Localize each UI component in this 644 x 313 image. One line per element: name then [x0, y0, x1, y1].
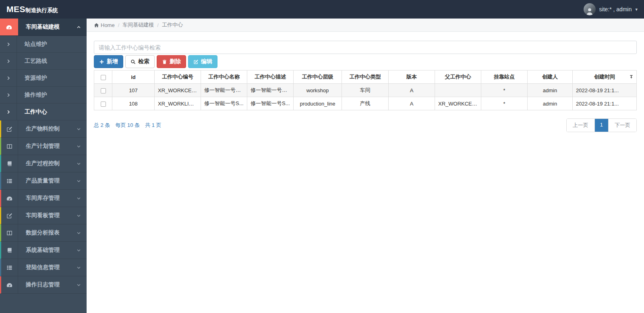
- col-header-created[interactable]: 创建时间: [573, 70, 637, 84]
- col-header-station[interactable]: 挂靠站点: [481, 70, 528, 84]
- sidebar-section-plan-management[interactable]: 生产计划管理: [0, 138, 87, 155]
- col-header-name[interactable]: 工作中心名称: [201, 70, 247, 84]
- chevron-right-icon: [0, 87, 17, 103]
- user-label: site:* , admin: [599, 6, 632, 12]
- home-icon: [94, 23, 99, 28]
- sidebar-section-process-control[interactable]: 生产过程控制: [0, 155, 87, 172]
- sidebar-section-inventory-management[interactable]: 车间库存管理: [0, 190, 87, 207]
- col-header-version[interactable]: 版本: [389, 70, 435, 84]
- col-header-type[interactable]: 工作中心类型: [342, 70, 389, 84]
- add-button[interactable]: 新增: [94, 55, 123, 68]
- search-button[interactable]: 检索: [125, 55, 155, 68]
- col-header-desc[interactable]: 工作中心描述: [247, 70, 294, 84]
- table-row[interactable]: 108 XR_WORKLINE... 修一智能一号S... 修一智能一号S...…: [94, 97, 637, 110]
- sidebar-section-label: 生产过程控制: [18, 160, 77, 167]
- select-all-checkbox[interactable]: [101, 75, 106, 80]
- pagination-per-page[interactable]: 每页 10 条: [115, 122, 140, 129]
- prev-page-button[interactable]: 上一页: [567, 119, 595, 132]
- sidebar-section-system-basic-management[interactable]: 系统基础管理: [0, 242, 87, 259]
- col-header-created-label: 创建时间: [594, 74, 615, 80]
- current-page-button[interactable]: 1: [595, 119, 608, 132]
- sidebar-section-label: 生产物料控制: [18, 125, 77, 133]
- sidebar-section-label: 车间库存管理: [18, 195, 77, 202]
- book-icon: [1, 242, 18, 259]
- sidebar-section-label: 数据分析报表: [18, 229, 77, 236]
- col-header-id[interactable]: id: [112, 70, 155, 84]
- chevron-down-icon: [77, 127, 87, 131]
- sidebar-item-resource-maintenance[interactable]: 资源维护: [0, 70, 87, 87]
- chevron-down-icon: [77, 283, 87, 287]
- pagination-summary: 总 2 条 每页 10 条 共 1 页: [94, 122, 162, 129]
- sidebar-section-quality-management[interactable]: 产品质量管理: [0, 172, 87, 190]
- columns-icon: [1, 224, 18, 241]
- edit-icon: [193, 59, 199, 64]
- breadcrumb-level1[interactable]: 车间基础建模: [122, 21, 154, 29]
- row-checkbox[interactable]: [101, 88, 106, 93]
- col-header-level[interactable]: 工作中心层级: [294, 70, 342, 84]
- pagination-total[interactable]: 总 2 条: [94, 122, 110, 129]
- col-header-creator[interactable]: 创建人: [528, 70, 573, 84]
- sidebar-section-operation-log-management[interactable]: 操作日志管理: [0, 276, 87, 294]
- sidebar-section-label: 生产计划管理: [18, 143, 77, 150]
- col-header-parent[interactable]: 父工作中心: [435, 70, 481, 84]
- pagination-page-count[interactable]: 共 1 页: [145, 122, 161, 129]
- row-checkbox[interactable]: [101, 102, 106, 107]
- next-page-button[interactable]: 下一页: [608, 119, 636, 132]
- sidebar-item-label: 工艺路线: [17, 58, 87, 65]
- sidebar-item-operation-maintenance[interactable]: 操作维护: [0, 87, 87, 104]
- chevron-down-icon: [77, 179, 87, 183]
- sidebar-section-material-control[interactable]: 生产物料控制: [0, 120, 87, 138]
- add-button-label: 新增: [107, 58, 118, 65]
- pencil-icon: [1, 207, 18, 224]
- sidebar-item-station-maintenance[interactable]: 站点维护: [0, 36, 87, 53]
- app-logo: MES 制造执行系统: [6, 4, 58, 14]
- chevron-right-icon: [0, 36, 17, 52]
- sidebar-item-label: 操作维护: [17, 91, 87, 99]
- cell-name: 修一智能一号车间: [201, 84, 247, 97]
- gauge-icon: [0, 19, 18, 35]
- delete-button[interactable]: 删除: [157, 55, 186, 68]
- list-icon: [1, 259, 18, 276]
- search-input[interactable]: [94, 41, 637, 54]
- breadcrumb-home[interactable]: Home: [101, 22, 115, 28]
- cell-desc: 修一智能一号车间: [247, 84, 294, 97]
- cell-level: workshop: [294, 84, 342, 97]
- chevron-down-icon: [77, 214, 87, 218]
- user-menu[interactable]: site:* , admin ▾: [584, 3, 638, 15]
- gauge-icon: [1, 276, 18, 293]
- select-all-cell: [94, 70, 112, 84]
- sidebar-item-process-route[interactable]: 工艺路线: [0, 53, 87, 70]
- sidebar-item-work-center[interactable]: 工作中心: [0, 104, 87, 120]
- sidebar-section-label: 车间看板管理: [18, 212, 77, 219]
- table-row[interactable]: 107 XR_WORKCEN... 修一智能一号车间 修一智能一号车间 work…: [94, 84, 637, 97]
- sidebar-section-label: 登陆信息管理: [18, 264, 77, 271]
- cell-station: *: [481, 97, 528, 110]
- pin-icon[interactable]: [629, 75, 634, 79]
- edit-button[interactable]: 编辑: [188, 55, 217, 68]
- app-logo-mes: MES: [6, 4, 25, 14]
- sidebar-item-label: 站点维护: [17, 41, 87, 48]
- cell-station: *: [481, 84, 528, 97]
- main-content: Home / 车间基础建模 / 工作中心 新增 检索 删除 编辑: [87, 19, 644, 313]
- sidebar-section-workshop-modeling[interactable]: 车间基础建模: [0, 19, 87, 36]
- chevron-right-icon: [0, 53, 17, 69]
- chevron-up-icon: [77, 25, 87, 29]
- chevron-down-icon: [77, 162, 87, 166]
- columns-icon: [1, 138, 18, 155]
- book-icon: [1, 155, 18, 172]
- breadcrumb-current: 工作中心: [162, 21, 183, 29]
- sidebar-section-kanban-management[interactable]: 车间看板管理: [0, 207, 87, 224]
- breadcrumb-separator: /: [157, 22, 159, 28]
- cell-id: 108: [112, 97, 155, 110]
- sidebar-section-login-info-management[interactable]: 登陆信息管理: [0, 259, 87, 276]
- sidebar-section-label: 系统基础管理: [18, 247, 77, 254]
- cell-parent: XR_WORKCEN...: [435, 97, 481, 110]
- cell-id: 107: [112, 84, 155, 97]
- gauge-icon: [1, 190, 18, 207]
- chevron-right-icon: [0, 104, 17, 120]
- cell-version: A: [389, 84, 435, 97]
- table-header-row: id 工作中心编号 工作中心名称 工作中心描述 工作中心层级 工作中心类型 版本…: [94, 70, 637, 84]
- col-header-code[interactable]: 工作中心编号: [155, 70, 201, 84]
- sidebar-section-data-analysis-reports[interactable]: 数据分析报表: [0, 224, 87, 242]
- cell-type: 车间: [342, 84, 389, 97]
